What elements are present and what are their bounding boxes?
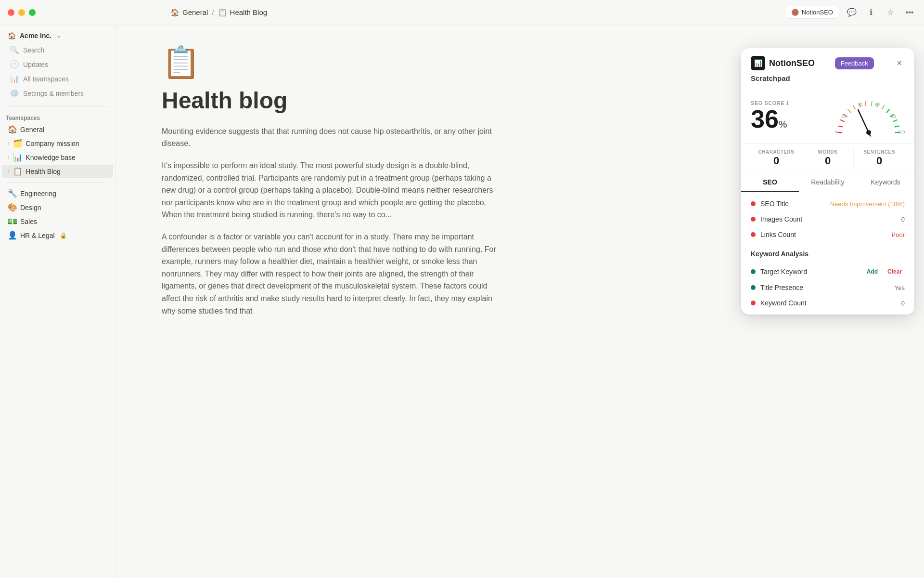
svg-line-2 <box>840 120 845 122</box>
sidebar: 🏠 Acme Inc. ⌄ 🔍 Search 🕐 Updates 📊 All t… <box>0 0 116 578</box>
links-count-dot <box>751 232 756 237</box>
breadcrumb: 🏠 General / 📋 Health Blog <box>170 8 785 17</box>
sidebar-item-sales[interactable]: 💵 Sales <box>2 215 113 228</box>
search-icon: 🔍 <box>10 45 19 54</box>
seo-item-images-count: Images Count 0 <box>741 211 914 227</box>
seo-info-icon[interactable]: ℹ <box>786 100 789 106</box>
svg-line-8 <box>872 101 872 106</box>
svg-line-10 <box>882 105 885 110</box>
engineering-icon: 🔧 <box>8 189 17 198</box>
links-count-value: Poor <box>892 231 905 238</box>
svg-line-1 <box>838 126 843 127</box>
updates-icon: 🕐 <box>10 60 19 69</box>
tabs-row: SEO Readability Keywords <box>741 173 914 192</box>
images-count-value: 0 <box>901 216 905 223</box>
company-mission-icon: 🗂️ <box>13 139 23 148</box>
tab-seo[interactable]: SEO <box>741 173 799 192</box>
workspace-chevron: ⌄ <box>56 32 61 39</box>
keyword-title-presence: Title Presence Yes <box>741 280 914 295</box>
seo-gauge: 0 20 40 60 80 100 <box>833 94 905 137</box>
workspace-icon: 🏠 <box>8 32 16 39</box>
seo-panel-header: 📊 NotionSEO Feedback × <box>741 48 914 74</box>
sales-icon: 💵 <box>8 217 17 226</box>
chevron-icon: › <box>8 141 9 146</box>
notionseo-button[interactable]: 🟤 NotionSEO <box>785 6 839 19</box>
page-paragraph-1: Mounting evidence suggests that that run… <box>162 125 502 150</box>
chevron-icon: › <box>8 155 9 160</box>
seo-item-seo-title: SEO Title Needs Improvement (18%) <box>741 196 914 211</box>
svg-text:100: 100 <box>898 130 905 134</box>
notionseo-logo-icon: 🟤 <box>791 9 799 16</box>
sidebar-item-settings[interactable]: ⚙️ Settings & members <box>6 86 109 100</box>
sidebar-top: 🏠 Acme Inc. ⌄ 🔍 Search 🕐 Updates 📊 All t… <box>0 25 115 103</box>
maximize-traffic-light[interactable] <box>29 9 36 16</box>
keyword-actions: Add Clear <box>864 267 905 276</box>
sidebar-divider-2 <box>6 182 109 183</box>
hr-legal-icon: 👤 <box>8 231 17 240</box>
sidebar-item-company-mission[interactable]: › 🗂️ Company mission <box>2 137 113 150</box>
sidebar-item-search[interactable]: 🔍 Search <box>6 43 109 57</box>
breadcrumb-current[interactable]: 📋 Health Blog <box>218 8 268 17</box>
sidebar-item-engineering[interactable]: 🔧 Engineering <box>2 187 113 200</box>
feedback-button[interactable]: Feedback <box>835 57 874 69</box>
stat-sentences: SENTENCES 0 <box>853 149 905 167</box>
sidebar-item-general[interactable]: 🏠 General <box>2 123 113 136</box>
seo-score-display: 36% <box>751 106 825 131</box>
sidebar-item-hr-legal[interactable]: 👤 HR & Legal 🔒 <box>2 229 113 242</box>
design-icon: 🎨 <box>8 203 17 212</box>
home-icon: 🏠 <box>170 8 180 17</box>
tab-keywords[interactable]: Keywords <box>857 173 914 192</box>
add-keyword-button[interactable]: Add <box>864 267 881 276</box>
tab-readability[interactable]: Readability <box>799 173 857 192</box>
sidebar-item-updates[interactable]: 🕐 Updates <box>6 57 109 71</box>
seo-score-pct: % <box>779 119 787 130</box>
page-content-area: 📋 Health blog Mounting evidence suggests… <box>116 25 549 346</box>
sidebar-item-knowledge-base[interactable]: › 📊 Knowledge base <box>2 151 113 164</box>
comment-icon[interactable]: 💬 <box>845 6 859 19</box>
settings-icon: ⚙️ <box>10 89 19 98</box>
chevron-icon: › <box>8 169 9 174</box>
images-count-dot <box>751 217 756 222</box>
title-presence-value: Yes <box>895 284 905 291</box>
minimize-traffic-light[interactable] <box>18 9 25 16</box>
sidebar-item-design[interactable]: 🎨 Design <box>2 201 113 214</box>
close-panel-button[interactable]: × <box>894 57 905 69</box>
knowledge-base-icon: 📊 <box>13 153 23 162</box>
seo-list: SEO Title Needs Improvement (18%) Images… <box>741 192 914 246</box>
scratchpad-label: Scratchpad <box>741 74 914 88</box>
svg-line-4 <box>848 109 851 113</box>
keyword-count: Keyword Count 0 <box>741 295 914 311</box>
stat-characters: CHARACTERS 0 <box>751 149 802 167</box>
sidebar-item-health-blog[interactable]: › 📋 Health Blog <box>2 165 113 178</box>
keyword-list: Target Keyword Add Clear Title Presence … <box>741 260 914 315</box>
seo-score-value: 36 <box>751 105 779 133</box>
keyword-target: Target Keyword Add Clear <box>741 263 914 280</box>
page-title: Health blog <box>162 88 502 114</box>
star-icon[interactable]: ☆ <box>884 6 897 19</box>
sidebar-item-all-teamspaces[interactable]: 📊 All teamspaces <box>6 72 109 86</box>
header-actions: 🟤 NotionSEO 💬 ℹ ☆ ••• <box>785 6 916 19</box>
teamspaces-icon: 📊 <box>10 74 19 83</box>
stats-row: CHARACTERS 0 WORDS 0 SENTENCES 0 <box>741 144 914 173</box>
page-icon-breadcrumb: 📋 <box>218 8 227 17</box>
more-icon[interactable]: ••• <box>903 6 916 19</box>
notionseo-logo: 📊 <box>751 56 765 70</box>
svg-line-5 <box>853 105 856 110</box>
window-chrome: 🏠 General / 📋 Health Blog 🟤 NotionSEO 💬 … <box>0 0 924 25</box>
svg-text:80: 80 <box>891 114 896 119</box>
svg-line-7 <box>865 101 866 106</box>
keyword-count-value: 0 <box>901 300 905 307</box>
info-icon[interactable]: ℹ <box>864 6 878 19</box>
clear-keyword-button[interactable]: Clear <box>885 267 905 276</box>
svg-text:20: 20 <box>841 114 846 119</box>
close-traffic-light[interactable] <box>8 9 14 16</box>
seo-title-dot <box>751 201 756 206</box>
sidebar-divider <box>6 106 109 107</box>
seo-item-links-count: Links Count Poor <box>741 227 914 242</box>
workspace-name[interactable]: 🏠 Acme Inc. ⌄ <box>4 29 111 42</box>
svg-text:60: 60 <box>875 102 880 107</box>
general-icon: 🏠 <box>8 125 17 134</box>
breadcrumb-parent[interactable]: 🏠 General <box>170 8 208 17</box>
svg-text:0: 0 <box>834 130 837 134</box>
svg-line-14 <box>895 126 899 127</box>
